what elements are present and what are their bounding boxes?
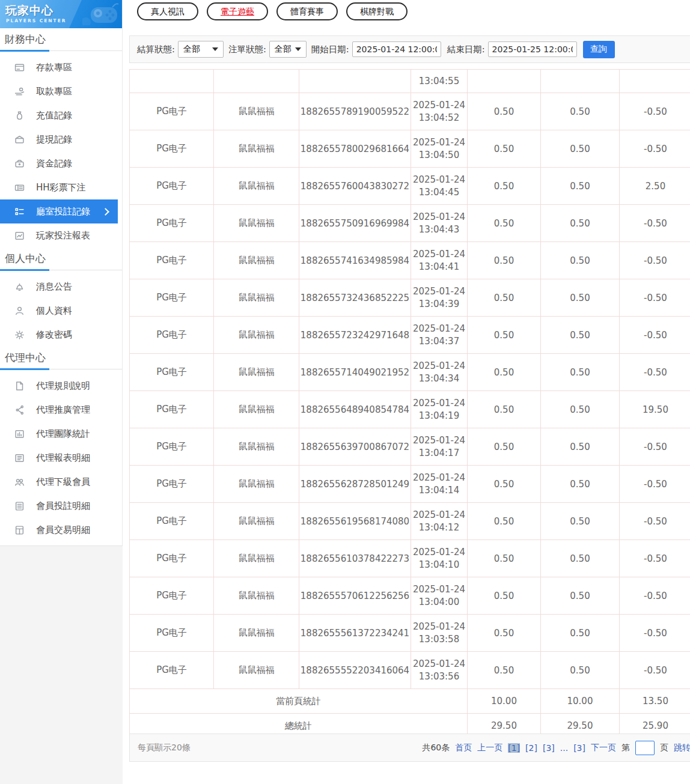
sidebar-item-withdraw[interactable]: 取款專區 xyxy=(0,79,118,103)
sidebar-item-recharge-records[interactable]: 充值記錄 xyxy=(0,103,118,127)
cell-result: 19.50 xyxy=(620,391,690,428)
user-icon xyxy=(14,306,25,316)
cell-order: 1882655610378422273 xyxy=(299,540,411,577)
cell-name: 鼠鼠福福 xyxy=(214,577,299,615)
chevron-down-icon xyxy=(212,47,218,51)
sidebar-item-withdraw-records[interactable]: 提現記錄 xyxy=(0,127,118,151)
cell-date: 2025-01-24 13:03:56 xyxy=(411,652,468,689)
money-bag-icon xyxy=(14,111,25,121)
cell-game: PG电子 xyxy=(130,130,214,168)
table-row: PG电子 鼠鼠福福 1882655732436852225 2025-01-24… xyxy=(130,279,690,317)
cell-name: 鼠鼠福福 xyxy=(214,354,299,391)
cell-name: 鼠鼠福福 xyxy=(214,93,299,130)
sidebar-item-agent-rules[interactable]: 代理規則說明 xyxy=(0,374,118,398)
page-link-1[interactable]: [1] xyxy=(508,743,520,753)
tab-board-games[interactable]: 棋牌對戰 xyxy=(346,2,408,20)
bank-card-icon xyxy=(14,62,25,73)
cell-result: -0.50 xyxy=(620,503,690,540)
sidebar-item-label: 存款專區 xyxy=(36,62,72,73)
cell-result: -0.50 xyxy=(620,652,690,689)
purse-icon xyxy=(14,159,25,169)
jump-action-link[interactable]: 跳转 xyxy=(674,743,690,753)
summary-bet: 10.00 xyxy=(468,689,541,714)
sidebar-section-agent: 代理中心 代理規則說明 代理推廣管理 代理團隊統計 代理報表明細 xyxy=(0,347,122,542)
cell-bet: 0.50 xyxy=(468,391,541,428)
start-date-input[interactable] xyxy=(352,41,441,57)
cell-game: PG电子 xyxy=(130,354,214,391)
page-jump-input[interactable] xyxy=(635,741,655,755)
cell-bet: 0.50 xyxy=(468,540,541,577)
cell-order: 1882655789190059522 xyxy=(299,93,411,130)
sidebar-item-profile[interactable]: 個人資料 xyxy=(0,299,118,323)
bell-icon xyxy=(14,282,25,292)
cell-date: 2025-01-24 13:04:14 xyxy=(411,466,468,503)
sidebar-item-label: 代理下級會員 xyxy=(36,476,90,488)
cell-game: PG电子 xyxy=(130,615,214,652)
first-page-link[interactable]: 首页 xyxy=(455,743,472,753)
cell-order: 1882655561372234241 xyxy=(299,615,411,652)
jump-suffix: 页 xyxy=(660,743,668,753)
sidebar-item-announcements[interactable]: 消息公告 xyxy=(0,275,118,299)
sidebar-item-member-bet-detail[interactable]: 會員投註明細 xyxy=(0,494,118,518)
table-row: PG电子 鼠鼠福福 1882655561372234241 2025-01-24… xyxy=(130,615,690,652)
tab-sports[interactable]: 體育賽事 xyxy=(276,2,338,20)
tab-live-casino[interactable]: 真人視訊 xyxy=(137,2,198,20)
cell-game: PG电子 xyxy=(130,391,214,428)
table-body: 13:04:55 PG电子 鼠鼠福福 1882655789190059522 2… xyxy=(130,70,690,689)
sidebar-item-label: 修改密碼 xyxy=(36,329,72,341)
cell-game: PG电子 xyxy=(130,93,214,130)
end-date-label: 結束日期: xyxy=(447,44,485,55)
sidebar-item-label: 代理團隊統計 xyxy=(36,428,90,440)
cell-bet: 0.50 xyxy=(468,466,541,503)
cell-order xyxy=(299,70,411,93)
search-button[interactable]: 查詢 xyxy=(583,41,615,58)
cell-bet: 0.50 xyxy=(468,168,541,205)
app-subtitle: PLAYERS CENTER xyxy=(6,18,67,23)
cell-name: 鼠鼠福福 xyxy=(214,466,299,503)
prev-page-link[interactable]: 上一页 xyxy=(477,743,502,753)
cell-date: 2025-01-24 13:04:17 xyxy=(411,428,468,466)
jump-prefix: 第 xyxy=(621,743,630,753)
cell-result: -0.50 xyxy=(620,428,690,466)
cell-valid: 0.50 xyxy=(541,503,620,540)
tab-electronic-games[interactable]: 電子遊藝 xyxy=(207,2,268,20)
cell-valid: 0.50 xyxy=(541,615,620,652)
sidebar-item-hh-lottery[interactable]: HH彩票下注 xyxy=(0,175,118,199)
sidebar-item-room-bet-records[interactable]: 廳室投註記錄 xyxy=(0,199,118,223)
cell-valid: 0.50 xyxy=(541,205,620,242)
pagination-bar: 每頁顯示20條 共60条 首页 上一页 [1] [2] [3] ... [3] … xyxy=(129,734,690,762)
cell-bet: 0.50 xyxy=(468,242,541,279)
end-date-input[interactable] xyxy=(488,41,577,57)
menu-finance: 存款專區 取款專區 充值記錄 提現記錄 資金記錄 xyxy=(0,52,122,248)
cell-name: 鼠鼠福福 xyxy=(214,503,299,540)
page-link-2[interactable]: [2] xyxy=(525,743,537,753)
section-title: 個人中心 xyxy=(0,248,122,269)
settle-status-select[interactable]: 全部 xyxy=(178,41,224,58)
sidebar-item-fund-records[interactable]: 資金記錄 xyxy=(0,151,118,175)
sidebar-item-player-bet-report[interactable]: 玩家投注報表 xyxy=(0,223,118,248)
sidebar-item-deposit[interactable]: 存款專區 xyxy=(0,55,118,79)
cell-name: 鼠鼠福福 xyxy=(214,279,299,317)
cell-date: 2025-01-24 13:03:58 xyxy=(411,615,468,652)
sidebar-column: 玩家中心 PLAYERS CENTER 財務中心 存款專區 xyxy=(0,0,123,784)
cell-game: PG电子 xyxy=(130,652,214,689)
next-page-link[interactable]: 下一页 xyxy=(591,743,616,753)
table-row: PG电子 鼠鼠福福 1882655639700867072 2025-01-24… xyxy=(130,428,690,466)
table-row: PG电子 鼠鼠福福 1882655780029681664 2025-01-24… xyxy=(130,130,690,168)
cell-date: 2025-01-24 13:04:12 xyxy=(411,503,468,540)
sidebar-item-member-transaction-detail[interactable]: 會員交易明細 xyxy=(0,518,118,542)
sidebar-item-label: 取款專區 xyxy=(36,86,72,97)
page-link-last[interactable]: [3] xyxy=(573,743,585,753)
sidebar-item-label: 代理報表明細 xyxy=(36,452,90,464)
sidebar-item-agent-sub-members[interactable]: 代理下級會員 xyxy=(0,470,118,494)
sidebar-item-change-password[interactable]: 修改密碼 xyxy=(0,323,118,347)
cell-game: PG电子 xyxy=(130,428,214,466)
page-link-3[interactable]: [3] xyxy=(543,743,555,753)
cell-bet xyxy=(468,70,541,93)
order-status-select[interactable]: 全部 xyxy=(269,41,307,58)
sidebar-item-agent-report-detail[interactable]: 代理報表明細 xyxy=(0,446,118,470)
chevron-right-icon xyxy=(102,208,109,216)
sidebar-item-agent-team-stats[interactable]: 代理團隊統計 xyxy=(0,422,118,446)
cell-game: PG电子 xyxy=(130,242,214,279)
sidebar-item-agent-promotion[interactable]: 代理推廣管理 xyxy=(0,398,118,422)
